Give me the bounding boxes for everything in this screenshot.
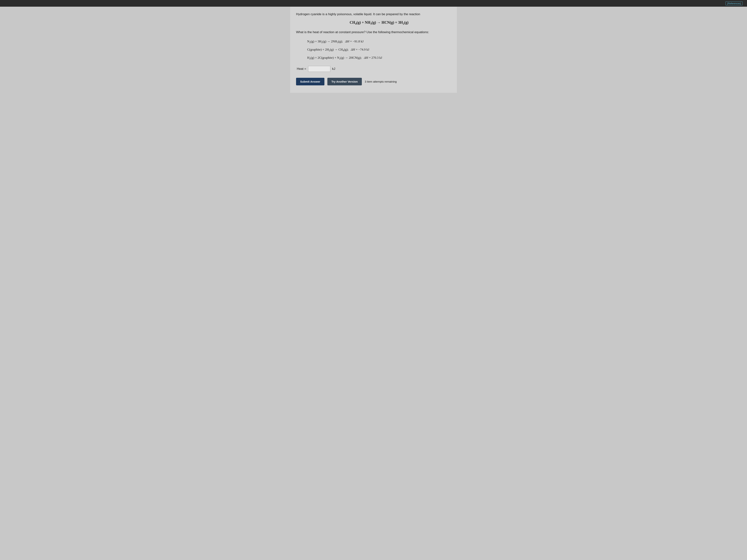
- intro-text: Hydrogen cyanide is a highly poisonous, …: [296, 12, 451, 17]
- content-area: Hydrogen cyanide is a highly poisonous, …: [290, 7, 457, 93]
- equation-2: C(graphite) + 2H2(g) → CH4(g); ΔH = −74.…: [307, 47, 451, 53]
- top-bar: [References]: [0, 0, 747, 7]
- equations-block: N2(g) + 3H2(g) → 2NH3(g); ΔH = −91.8 kJ …: [307, 39, 451, 61]
- main-equation: CH4(g) + NH3(g) → HCN(g) + 3H2(g): [307, 20, 451, 25]
- equation-3: H2(g) + 2C(graphite) + N2(g) → 2HCN(g); …: [307, 55, 451, 61]
- equation-1: N2(g) + 3H2(g) → 2NH3(g); ΔH = −91.8 kJ: [307, 39, 451, 45]
- heat-label: Heat =: [297, 67, 306, 71]
- kj-label: kJ: [332, 67, 335, 71]
- question-text: What is the heat of reaction at constant…: [296, 30, 451, 35]
- buttons-row: Submit Answer Try Another Version 3 item…: [296, 78, 451, 85]
- references-link[interactable]: [References]: [725, 1, 743, 5]
- heat-input-row: Heat = kJ: [297, 66, 451, 72]
- attempts-remaining-text: 3 item attempts remaining: [365, 80, 397, 83]
- heat-input[interactable]: [308, 66, 330, 72]
- try-another-version-button[interactable]: Try Another Version: [327, 78, 362, 85]
- submit-answer-button[interactable]: Submit Answer: [296, 78, 325, 85]
